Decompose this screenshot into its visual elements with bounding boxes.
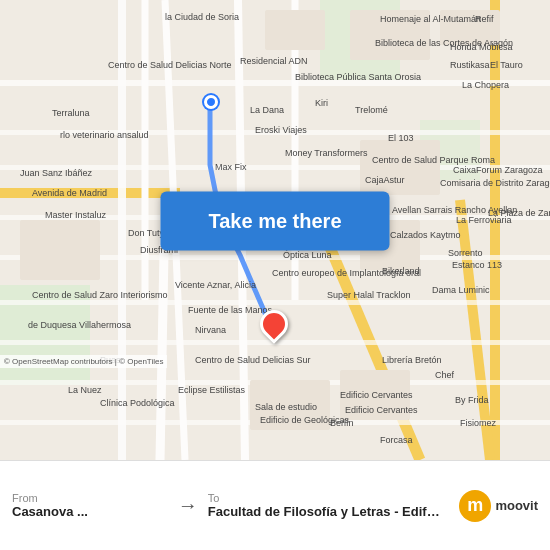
from-value: Casanova ... <box>12 504 168 519</box>
moovit-brand: moovit <box>495 498 538 513</box>
start-pin-dot <box>204 95 218 109</box>
moovit-icon: m <box>459 490 491 522</box>
take-me-there-button[interactable]: Take me there <box>160 191 389 250</box>
end-pin <box>260 310 282 336</box>
from-location: From Casanova ... <box>12 492 168 519</box>
to-label: To <box>208 492 442 504</box>
direction-arrow: → <box>178 494 198 517</box>
start-pin <box>204 95 218 109</box>
to-location: To Facultad de Filosofía y Letras - Edif… <box>208 492 442 519</box>
map-attribution: © OpenStreetMap contributors | © OpenTil… <box>0 355 167 368</box>
from-label: From <box>12 492 168 504</box>
moovit-logo: m moovit <box>459 490 538 522</box>
to-value: Facultad de Filosofía y Letras - Edific.… <box>208 504 442 519</box>
map-container: la Ciudad de SoriaHomenaje al Al-Mutamán… <box>0 0 550 460</box>
bottom-bar: From Casanova ... → To Facultad de Filos… <box>0 460 550 550</box>
end-pin-marker <box>260 310 282 336</box>
